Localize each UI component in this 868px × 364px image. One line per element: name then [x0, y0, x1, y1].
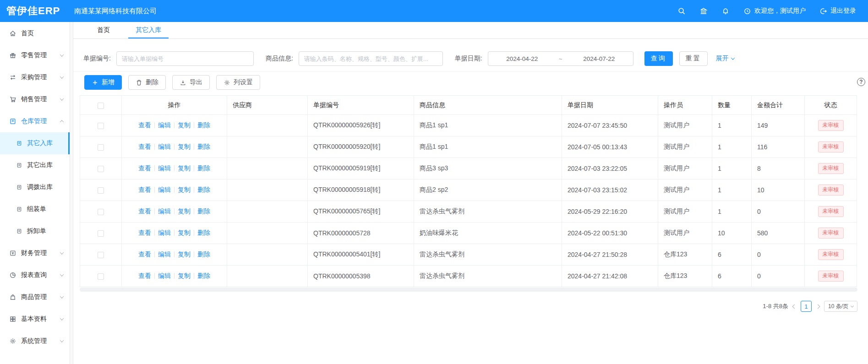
row-checkbox[interactable]: [98, 252, 104, 258]
copy-link[interactable]: 复制: [178, 121, 191, 129]
sidebar-item-home[interactable]: 首页: [0, 22, 70, 44]
copy-link[interactable]: 复制: [178, 250, 191, 258]
add-button[interactable]: 新增: [84, 75, 122, 90]
sidebar-item-purchase[interactable]: 采购管理: [0, 66, 70, 88]
sidebar-item-other-outbound[interactable]: 其它出库: [0, 154, 70, 176]
date-to-value[interactable]: 2024-07-22: [565, 55, 633, 62]
view-link[interactable]: 查看: [138, 121, 151, 129]
copy-link[interactable]: 复制: [178, 229, 191, 236]
product-info-input[interactable]: [299, 51, 443, 66]
search-icon[interactable]: [677, 7, 686, 15]
copy-link[interactable]: 复制: [178, 272, 191, 279]
edit-link[interactable]: 编辑: [158, 229, 171, 236]
sidebar-item-finance[interactable]: 财务管理: [0, 242, 70, 264]
edit-link[interactable]: 编辑: [158, 164, 171, 172]
sidebar-item-retail[interactable]: 零售管理: [0, 44, 70, 66]
date-from-value[interactable]: 2024-04-22: [488, 55, 556, 62]
delete-link[interactable]: 删除: [197, 121, 210, 129]
order-no-label: 单据编号:: [83, 54, 111, 63]
edit-link[interactable]: 编辑: [158, 186, 171, 193]
date-cell: 2024-07-03 23:15:02: [562, 179, 658, 201]
divider: [154, 230, 155, 236]
order-no-input[interactable]: [116, 51, 254, 66]
chevron-down-icon: [60, 316, 64, 320]
view-link[interactable]: 查看: [138, 164, 151, 172]
bank-icon[interactable]: [699, 7, 708, 15]
copy-link[interactable]: 复制: [178, 207, 191, 215]
horizontal-scrollbar[interactable]: [80, 288, 857, 292]
divider: [174, 144, 175, 150]
status-badge: 未审核: [818, 163, 844, 174]
sidebar-scrollbar[interactable]: [70, 22, 73, 364]
qty-cell: 10: [712, 223, 752, 244]
sidebar-item-system[interactable]: 系统管理: [0, 330, 70, 352]
view-link[interactable]: 查看: [138, 250, 151, 258]
page-number-button[interactable]: 1: [801, 301, 812, 312]
expand-link[interactable]: 展开: [716, 54, 734, 63]
help-icon[interactable]: ?: [857, 78, 865, 86]
row-checkbox[interactable]: [98, 123, 104, 129]
delete-link[interactable]: 删除: [197, 250, 210, 258]
prev-page-icon[interactable]: [792, 304, 797, 309]
sidebar-item-other-inbound[interactable]: 其它入库: [0, 132, 70, 154]
date-cell: 2024-07-03 23:22:05: [562, 158, 658, 179]
select-all-checkbox[interactable]: [98, 103, 104, 109]
search-button[interactable]: 查询: [644, 51, 673, 66]
page-size-select[interactable]: 10 条/页: [824, 301, 857, 312]
delete-link[interactable]: 删除: [197, 143, 210, 150]
product-cell: 雷达杀虫气雾剂: [414, 201, 562, 223]
amount-cell: 149: [752, 115, 805, 136]
next-page-icon[interactable]: [816, 304, 820, 309]
view-link[interactable]: 查看: [138, 143, 151, 150]
view-link[interactable]: 查看: [138, 207, 151, 215]
sidebar-item-label: 报表查询: [21, 271, 47, 279]
sidebar-item-sales[interactable]: 销售管理: [0, 88, 70, 110]
order-no-cell: QTRK00000005926[转]: [308, 115, 414, 136]
export-button[interactable]: 导出: [172, 75, 210, 90]
delete-link[interactable]: 删除: [197, 272, 210, 279]
view-link[interactable]: 查看: [138, 272, 151, 279]
sidebar-item-basic-data[interactable]: 基本资料: [0, 308, 70, 330]
sidebar-item-warehouse[interactable]: 仓库管理: [0, 110, 70, 132]
column-header-amount: 金额合计: [752, 96, 805, 115]
sidebar-item-assembly[interactable]: 组装单: [0, 198, 70, 220]
bell-icon[interactable]: [721, 7, 730, 15]
sidebar-item-goods[interactable]: 商品管理: [0, 286, 70, 308]
row-checkbox[interactable]: [98, 166, 104, 172]
column-settings-button[interactable]: 列设置: [216, 75, 260, 90]
user-menu[interactable]: 欢迎您，测试用户: [743, 7, 806, 15]
edit-link[interactable]: 编辑: [158, 272, 171, 279]
sidebar-item-label: 销售管理: [21, 95, 47, 103]
divider: [174, 122, 175, 128]
edit-link[interactable]: 编辑: [158, 121, 171, 129]
reset-button[interactable]: 重置: [679, 51, 708, 66]
copy-link[interactable]: 复制: [178, 164, 191, 172]
tab-other-inbound[interactable]: 其它入库: [128, 22, 169, 38]
copy-link[interactable]: 复制: [178, 143, 191, 150]
row-checkbox[interactable]: [98, 230, 104, 237]
product-cell: 雷达杀虫气雾剂: [414, 266, 562, 287]
divider: [194, 144, 194, 150]
view-link[interactable]: 查看: [138, 229, 151, 236]
tab-home[interactable]: 首页: [90, 22, 117, 38]
edit-link[interactable]: 编辑: [158, 250, 171, 258]
column-settings-label: 列设置: [234, 78, 253, 87]
delete-link[interactable]: 删除: [197, 164, 210, 172]
sidebar-item-disassembly[interactable]: 拆卸单: [0, 220, 70, 242]
row-checkbox[interactable]: [98, 209, 104, 215]
logout-button[interactable]: 退出登录: [819, 7, 856, 15]
delete-link[interactable]: 删除: [197, 229, 210, 236]
row-checkbox[interactable]: [98, 187, 104, 194]
sidebar-item-transfer-outbound[interactable]: 调拨出库: [0, 176, 70, 198]
edit-link[interactable]: 编辑: [158, 207, 171, 215]
date-range-picker[interactable]: 2024-04-22 ~ 2024-07-22: [488, 51, 633, 66]
view-link[interactable]: 查看: [138, 186, 151, 193]
delete-button[interactable]: 删除: [128, 75, 166, 90]
delete-link[interactable]: 删除: [197, 207, 210, 215]
edit-link[interactable]: 编辑: [158, 143, 171, 150]
copy-link[interactable]: 复制: [178, 186, 191, 193]
sidebar-item-reports[interactable]: 报表查询: [0, 264, 70, 286]
row-checkbox[interactable]: [98, 273, 104, 280]
row-checkbox[interactable]: [98, 144, 104, 151]
delete-link[interactable]: 删除: [197, 186, 210, 193]
